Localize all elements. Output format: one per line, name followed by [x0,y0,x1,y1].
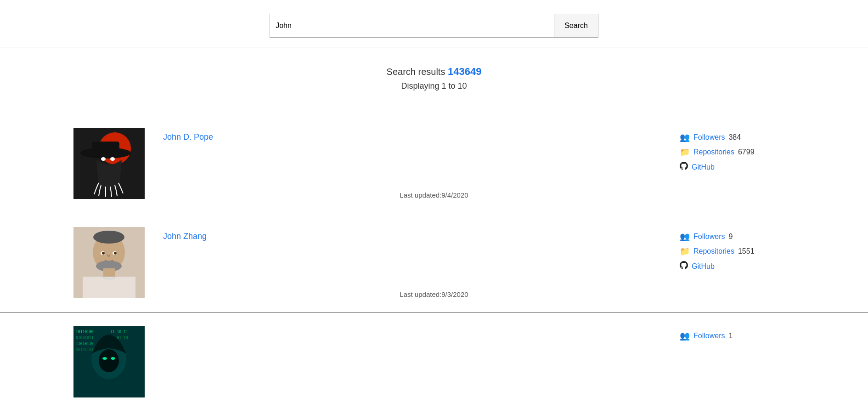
avatar [73,227,145,298]
repositories-link[interactable]: Repositories [693,247,734,255]
last-updated: Last updated:9/3/2020 [400,290,468,298]
result-item: 10110100 01001011 11010110 00101101 11 1… [0,312,868,411]
svg-point-26 [102,357,107,360]
repositories-icon: 📁 [680,246,690,256]
result-item: John Zhang Last updated:9/3/2020 👥 Follo… [0,213,868,312]
avatar: 10110100 01001011 11010110 00101101 11 1… [73,326,145,397]
followers-stat: 👥 Followers 1 [680,331,733,341]
user-name-link[interactable]: John D. Pope [163,132,680,142]
results-header: Search results 143649 Displaying 1 to 10 [0,47,868,100]
github-link[interactable]: GitHub [692,262,715,271]
result-middle: John Zhang [163,227,680,241]
results-list: John D. Pope Last updated:9/4/2020 👥 Fol… [0,114,868,411]
svg-point-25 [99,349,119,372]
svg-point-13 [114,252,117,255]
repositories-stat: 📁 Repositories 1551 [680,246,755,256]
followers-count: 1 [728,332,733,340]
github-stat: GitHub [680,261,715,272]
github-icon [680,261,688,272]
svg-point-5 [110,157,115,161]
followers-link[interactable]: Followers [693,332,725,340]
svg-point-4 [101,157,106,161]
svg-point-27 [111,357,115,360]
followers-count: 9 [728,233,733,241]
displaying-text: Displaying 1 to 10 [9,81,859,91]
search-button[interactable]: Search [554,14,598,38]
avatar [73,128,145,199]
repositories-count: 6799 [738,148,755,156]
result-middle [163,326,680,331]
result-middle: John D. Pope [163,128,680,142]
svg-text:10110100: 10110100 [76,330,94,334]
followers-stat: 👥 Followers 9 [680,232,733,242]
svg-text:11 10 11: 11 10 11 [110,330,128,334]
last-updated: Last updated:9/4/2020 [400,191,468,199]
followers-icon: 👥 [680,132,690,142]
svg-rect-3 [92,142,119,155]
search-input[interactable]: John [270,14,554,38]
results-count: 143649 [448,66,481,77]
user-name-link[interactable]: John Zhang [163,232,680,241]
svg-text:11010110: 11010110 [76,342,94,346]
followers-icon: 👥 [680,331,690,341]
result-stats: 👥 Followers 1 [680,326,795,341]
followers-link[interactable]: Followers [693,233,725,241]
followers-count: 384 [728,133,741,142]
result-stats: 👥 Followers 384 📁 Repositories 6799 GitH… [680,128,795,172]
repositories-link[interactable]: Repositories [693,148,734,156]
github-icon [680,162,688,172]
svg-point-12 [102,252,105,255]
result-stats: 👥 Followers 9 📁 Repositories 1551 GitHub [680,227,795,272]
svg-text:00101101: 00101101 [76,348,94,352]
svg-rect-16 [83,277,135,298]
followers-icon: 👥 [680,232,690,242]
followers-stat: 👥 Followers 384 [680,132,741,142]
results-label: Search results 143649 [9,66,859,78]
svg-rect-15 [103,268,115,278]
svg-text:01001011: 01001011 [76,336,94,340]
followers-link[interactable]: Followers [693,133,725,142]
search-bar-container: John Search [0,0,868,47]
repositories-stat: 📁 Repositories 6799 [680,147,755,157]
result-item: John D. Pope Last updated:9/4/2020 👥 Fol… [0,114,868,213]
results-text: Search results [387,67,445,77]
github-link[interactable]: GitHub [692,163,715,171]
repositories-count: 1551 [738,247,755,255]
repositories-icon: 📁 [680,147,690,157]
github-stat: GitHub [680,162,715,172]
svg-point-9 [93,231,124,244]
